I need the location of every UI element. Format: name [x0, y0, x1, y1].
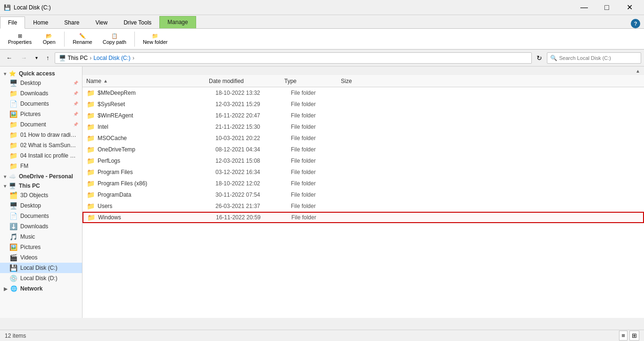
- documents-pc-icon: 📄: [9, 212, 17, 220]
- table-row[interactable]: 📁 $MfeDeepRem 18-10-2022 13:32 File fold…: [83, 87, 644, 99]
- sidebar-item-music[interactable]: 🎵 Music: [0, 232, 82, 242]
- maximize-button[interactable]: □: [596, 0, 618, 15]
- tab-share[interactable]: Share: [56, 16, 87, 28]
- file-type: File folder: [291, 158, 347, 164]
- sidebar-item-documents-pc[interactable]: 📄 Documents: [0, 211, 82, 221]
- sidebar-item-downloads-pc[interactable]: ⬇️ Downloads: [0, 221, 82, 232]
- back-button[interactable]: ←: [3, 52, 16, 64]
- tab-drivetools[interactable]: Drive Tools: [116, 16, 159, 28]
- sidebar-item-pictures-pc[interactable]: 🖼️ Pictures: [0, 242, 82, 252]
- folder-icon: 📁: [87, 180, 95, 187]
- ribbon-btn-newfolder[interactable]: 📁 New folder: [139, 31, 172, 48]
- breadcrumb[interactable]: 🖥️ This PC › Local Disk (C:) ›: [55, 52, 532, 64]
- document-qa-icon: 📁: [9, 121, 17, 128]
- network-header[interactable]: ▶ 🌐 Network: [0, 283, 82, 293]
- file-date: 12-03-2021 15:29: [215, 101, 291, 108]
- sidebar-item-localdisk-d[interactable]: 💿 Local Disk (D:): [0, 273, 82, 283]
- ribbon-tabs: File Home Share View Drive Tools Manage …: [0, 15, 644, 28]
- sidebar-item-fm[interactable]: 📁 FM: [0, 161, 82, 171]
- table-row[interactable]: 📁 ProgramData 30-11-2022 07:54 File fold…: [83, 189, 644, 200]
- address-bar: ← → ▾ ↑ 🖥️ This PC › Local Disk (C:) › ↻…: [0, 50, 644, 67]
- close-button[interactable]: ✕: [619, 0, 640, 15]
- table-row[interactable]: 📁 OneDriveTemp 08-12-2021 04:34 File fol…: [83, 144, 644, 155]
- table-row[interactable]: 📁 PerfLogs 12-03-2021 15:08 File folder: [83, 155, 644, 166]
- tab-manage[interactable]: Manage: [159, 16, 196, 28]
- sidebar-item-downloads-qa[interactable]: 📁 Downloads 📌: [0, 88, 82, 99]
- file-date: 18-10-2022 13:32: [215, 90, 291, 96]
- rename-icon: ✏️: [79, 33, 86, 39]
- tab-file[interactable]: File: [0, 17, 25, 29]
- minimize-button[interactable]: —: [573, 0, 595, 15]
- search-input[interactable]: [559, 55, 638, 61]
- forward-button[interactable]: →: [17, 52, 30, 64]
- ribbon-btn-copypath[interactable]: 📋 Copy path: [99, 31, 131, 48]
- large-icons-button[interactable]: ⊞: [629, 331, 639, 341]
- item-count: 12 items: [5, 333, 26, 339]
- file-name: ProgramData: [98, 191, 215, 198]
- copypath-icon: 📋: [111, 33, 118, 39]
- tab-home[interactable]: Home: [25, 16, 56, 28]
- sidebar-item-desktop-pc[interactable]: 🖥️ Desktop: [0, 200, 82, 211]
- file-date: 16-11-2022 20:59: [216, 214, 291, 221]
- breadcrumb-localdisk[interactable]: Local Disk (C:): [93, 55, 131, 61]
- 3dobjects-icon: 🗂️: [9, 191, 17, 199]
- sidebar-item-3dobjects[interactable]: 🗂️ 3D Objects: [0, 190, 82, 200]
- folder-01-icon: 📁: [9, 131, 17, 139]
- table-row[interactable]: 📁 MSOCache 10-03-2021 20:22 File folder: [83, 133, 644, 144]
- table-row[interactable]: 📁 Windows 16-11-2022 20:59 File folder: [83, 212, 644, 223]
- refresh-button[interactable]: ↻: [534, 53, 545, 63]
- file-name: Intel: [98, 124, 215, 130]
- tab-view[interactable]: View: [87, 16, 116, 28]
- file-date: 26-03-2021 21:37: [215, 203, 291, 209]
- sidebar-item-04[interactable]: 📁 04 Install icc profile or...: [0, 150, 82, 161]
- onedrive-chevron: ▾: [4, 174, 6, 179]
- ribbon-btn-open[interactable]: 📂 Open: [38, 31, 60, 48]
- column-type[interactable]: Type: [284, 78, 341, 84]
- sidebar-item-videos[interactable]: 🎬 Videos: [0, 252, 82, 263]
- file-type: File folder: [291, 124, 347, 130]
- videos-icon: 🎬: [9, 254, 17, 261]
- sidebar-item-localdisk-c[interactable]: 💾 Local Disk (C:): [0, 263, 82, 273]
- onedrive-label: OneDrive - Personal: [19, 173, 73, 180]
- scroll-up-icon[interactable]: ▲: [636, 68, 640, 74]
- sidebar: ▾ ⭐ Quick access 🖥️ Desktop 📌 📁 Download…: [0, 67, 83, 318]
- sidebar-item-01[interactable]: 📁 01 How to draw radiu...: [0, 130, 82, 140]
- column-date[interactable]: Date modified: [209, 78, 284, 84]
- breadcrumb-thispc[interactable]: This PC: [68, 55, 88, 61]
- column-name[interactable]: Name ▲: [86, 78, 209, 84]
- quick-access-header[interactable]: ▾ ⭐ Quick access: [0, 68, 82, 78]
- sidebar-item-02[interactable]: 📁 02 What is SamSung c...: [0, 140, 82, 150]
- table-row[interactable]: 📁 Program Files (x86) 18-10-2022 12:02 F…: [83, 178, 644, 189]
- file-type: File folder: [291, 101, 347, 108]
- window-title: Local Disk (C:): [14, 4, 51, 11]
- up-button[interactable]: ↑: [43, 52, 53, 64]
- ribbon-btn-properties[interactable]: ⊞ Properties: [4, 31, 36, 48]
- table-row[interactable]: 📁 Intel 21-11-2022 15:30 File folder: [83, 121, 644, 133]
- file-date: 12-03-2021 15:08: [215, 158, 291, 164]
- folder-02-icon: 📁: [9, 141, 17, 149]
- sidebar-item-pictures-qa[interactable]: 🖼️ Pictures 📌: [0, 109, 82, 119]
- thispc-header[interactable]: ▾ 🖥️ This PC: [0, 181, 82, 190]
- file-name: OneDriveTemp: [98, 146, 215, 153]
- ribbon-btn-rename[interactable]: ✏️ Rename: [68, 31, 97, 48]
- file-type: File folder: [291, 112, 347, 119]
- table-row[interactable]: 📁 $WinREAgent 16-11-2022 20:47 File fold…: [83, 110, 644, 121]
- onedrive-header[interactable]: ▾ ☁️ OneDrive - Personal: [0, 171, 82, 181]
- help-button[interactable]: ?: [631, 19, 640, 28]
- table-row[interactable]: 📁 Users 26-03-2021 21:37 File folder: [83, 200, 644, 212]
- recent-locations-button[interactable]: ▾: [32, 53, 41, 63]
- file-date: 30-11-2022 07:54: [215, 191, 291, 198]
- file-name: PerfLogs: [98, 158, 215, 164]
- sidebar-item-documents-qa[interactable]: 📄 Documents 📌: [0, 99, 82, 109]
- file-date: 21-11-2022 15:30: [215, 124, 291, 130]
- pictures-qa-icon: 🖼️: [9, 110, 17, 118]
- folder-icon: 📁: [87, 146, 95, 153]
- quickaccess-chevron: ▾: [4, 71, 6, 76]
- details-view-button[interactable]: ≡: [619, 331, 627, 341]
- table-row[interactable]: 📁 $SysReset 12-03-2021 15:29 File folder: [83, 99, 644, 110]
- window-icon: 💾: [4, 4, 11, 11]
- table-row[interactable]: 📁 Program Files 03-12-2022 16:34 File fo…: [83, 166, 644, 178]
- column-size[interactable]: Size: [341, 78, 379, 84]
- sidebar-item-document-qa[interactable]: 📁 Document 📌: [0, 119, 82, 130]
- sidebar-item-desktop-qa[interactable]: 🖥️ Desktop 📌: [0, 78, 82, 88]
